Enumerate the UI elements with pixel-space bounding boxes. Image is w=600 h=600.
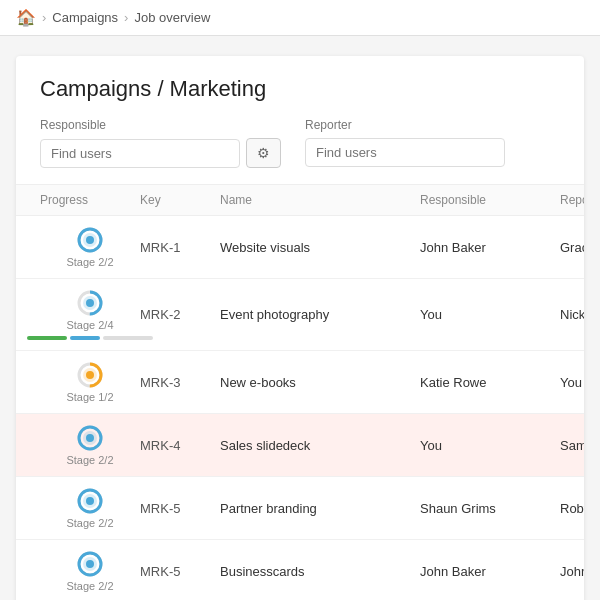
svg-point-23: [86, 560, 94, 568]
breadcrumb-job-overview[interactable]: Job overview: [134, 10, 210, 25]
name-cell: Event photography: [220, 307, 420, 322]
header-responsible: Responsible: [420, 193, 560, 207]
table-body: Stage 2/2 MRK-1 Website visuals John Bak…: [16, 216, 584, 600]
reporter-label: Reporter: [305, 118, 505, 132]
responsible-cell: You: [420, 307, 560, 322]
name-cell: Sales slidedeck: [220, 438, 420, 453]
svg-point-3: [86, 236, 94, 244]
gear-button[interactable]: ⚙: [246, 138, 281, 168]
page-title: Campaigns / Marketing: [16, 56, 584, 118]
reporter-cell: John: [560, 564, 584, 579]
progress-circle: [76, 289, 104, 317]
responsible-label: Responsible: [40, 118, 281, 132]
header-key: Key: [140, 193, 220, 207]
breadcrumb-campaigns[interactable]: Campaigns: [52, 10, 118, 25]
progress-circle: [76, 550, 104, 578]
reporter-cell: Grace: [560, 240, 584, 255]
svg-point-11: [86, 371, 94, 379]
key-cell: MRK-2: [140, 307, 220, 322]
progress-circle: [76, 487, 104, 515]
breadcrumb-sep-2: ›: [124, 10, 128, 25]
responsible-filter-group: Responsible ⚙: [40, 118, 281, 168]
reporter-input[interactable]: [305, 138, 505, 167]
filter-bar: Responsible ⚙ Reporter: [16, 118, 584, 185]
responsible-cell: Shaun Grims: [420, 501, 560, 516]
progress-circle: [76, 361, 104, 389]
table-row[interactable]: Stage 2/2 MRK-5 Businesscards John Baker…: [16, 540, 584, 600]
progress-bar-segment: [27, 336, 67, 340]
table-row[interactable]: Stage 2/2 MRK-5 Partner branding Shaun G…: [16, 477, 584, 540]
header-reporter: Repo: [560, 193, 584, 207]
progress-cell: Stage 2/2: [40, 226, 140, 268]
progress-bar-segment: [103, 336, 153, 340]
progress-circle: [76, 226, 104, 254]
progress-bar-segment: [70, 336, 100, 340]
responsible-input[interactable]: [40, 139, 240, 168]
stage-label: Stage 2/2: [66, 580, 113, 592]
table-row[interactable]: Stage 2/2 MRK-1 Website visuals John Bak…: [16, 216, 584, 279]
table-row[interactable]: Stage 2/4 MRK-2 Event photography You Ni…: [16, 279, 584, 351]
stage-label: Stage 2/2: [66, 256, 113, 268]
table-row[interactable]: Stage 2/2 MRK-4 Sales slidedeck You Sam: [16, 414, 584, 477]
home-icon[interactable]: 🏠: [16, 8, 36, 27]
progress-cell: Stage 2/2: [40, 550, 140, 592]
header-progress: Progress: [40, 193, 140, 207]
stage-label: Stage 2/2: [66, 454, 113, 466]
svg-point-7: [86, 299, 94, 307]
name-cell: New e-books: [220, 375, 420, 390]
stage-label: Stage 2/2: [66, 517, 113, 529]
header-name: Name: [220, 193, 420, 207]
reporter-cell: Nick: [560, 307, 584, 322]
key-cell: MRK-5: [140, 564, 220, 579]
reporter-cell: Roby: [560, 501, 584, 516]
key-cell: MRK-1: [140, 240, 220, 255]
svg-point-19: [86, 497, 94, 505]
key-cell: MRK-5: [140, 501, 220, 516]
main-content: Campaigns / Marketing Responsible ⚙ Repo…: [16, 56, 584, 600]
name-cell: Businesscards: [220, 564, 420, 579]
progress-cell: Stage 2/2: [40, 424, 140, 466]
responsible-cell: You: [420, 438, 560, 453]
table-row[interactable]: Stage 1/2 MRK-3 New e-books Katie Rowe Y…: [16, 351, 584, 414]
stage-label: Stage 2/4: [66, 319, 113, 331]
responsible-cell: John Baker: [420, 564, 560, 579]
reporter-cell: Sam: [560, 438, 584, 453]
key-cell: MRK-3: [140, 375, 220, 390]
name-cell: Partner branding: [220, 501, 420, 516]
progress-bars: [27, 336, 153, 340]
progress-circle: [76, 424, 104, 452]
progress-cell: Stage 2/2: [40, 487, 140, 529]
responsible-cell: Katie Rowe: [420, 375, 560, 390]
stage-label: Stage 1/2: [66, 391, 113, 403]
responsible-cell: John Baker: [420, 240, 560, 255]
progress-cell: Stage 1/2: [40, 361, 140, 403]
name-cell: Website visuals: [220, 240, 420, 255]
key-cell: MRK-4: [140, 438, 220, 453]
reporter-cell: You: [560, 375, 584, 390]
breadcrumb-sep-1: ›: [42, 10, 46, 25]
topbar: 🏠 › Campaigns › Job overview: [0, 0, 600, 36]
reporter-filter-group: Reporter: [305, 118, 505, 167]
table-header: Progress Key Name Responsible Repo: [16, 185, 584, 216]
progress-cell: Stage 2/4: [40, 289, 140, 340]
svg-point-15: [86, 434, 94, 442]
